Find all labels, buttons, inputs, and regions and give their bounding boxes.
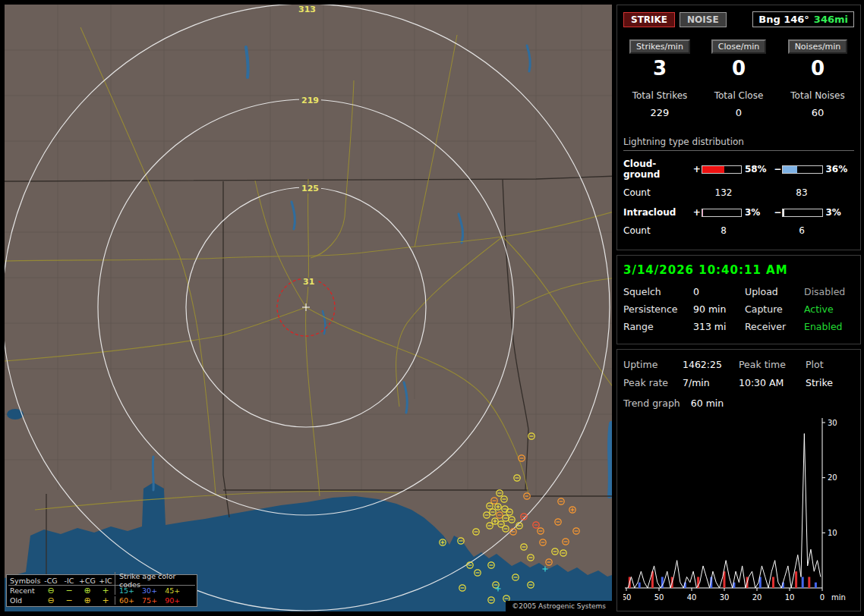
ic-minus-bar [782, 209, 822, 217]
cg-minus-bar [782, 165, 822, 174]
age-code: 75+ [142, 596, 157, 605]
trend-section: Uptime 1462:25 Peak time Plot Peak rate … [616, 349, 861, 611]
persistence-label: Persistence [623, 303, 693, 315]
capture-value: Active [804, 303, 860, 315]
age-code: 90+ [165, 596, 180, 605]
cg-plus-bar [702, 165, 742, 174]
noises-per-min-button[interactable]: Noises/min [788, 39, 848, 54]
neg-ic-recent-icon: − [60, 586, 78, 595]
strikes-per-min-button[interactable]: Strikes/min [629, 39, 690, 54]
pos-ic-old-icon: + [96, 596, 115, 605]
cloud-ground-label: Cloud-ground [623, 159, 692, 180]
total-noises-value: 60 [778, 107, 857, 118]
close-per-min-button[interactable]: Close/min [711, 39, 766, 54]
minus-sign: − [773, 207, 782, 218]
total-strikes-value: 229 [620, 107, 699, 118]
squelch-value: 0 [693, 286, 745, 297]
cg-plus-percent: 58% [745, 164, 773, 174]
svg-text:10: 10 [785, 593, 795, 602]
noises-per-min-value: 0 [778, 57, 857, 80]
ic-plus-percent: 3% [745, 207, 773, 218]
pos-ic-recent-icon: + [96, 586, 115, 595]
counters-section: STRIKE NOISE Bng 146°346mi Strikes/min 3… [616, 5, 861, 250]
side-panel: STRIKE NOISE Bng 146°346mi Strikes/min 3… [616, 5, 861, 611]
cg-minus-percent: 36% [826, 164, 854, 174]
range-ring-label: 31 [301, 278, 317, 287]
plot-value: Strike [806, 377, 853, 388]
receiver-value: Enabled [804, 321, 860, 332]
cg-count-label: Count [623, 187, 693, 198]
legend-symbols-header: Symbols [8, 577, 42, 585]
age-code: 15+ [119, 586, 134, 595]
svg-text:20: 20 [752, 593, 762, 602]
legend-col-neg-ic: -IC [60, 577, 78, 585]
legend-old-label: Old [8, 596, 42, 605]
total-strikes-label: Total Strikes [620, 90, 699, 101]
intracloud-label: Intracloud [623, 207, 692, 218]
strike-toggle-button[interactable]: STRIKE [623, 12, 675, 27]
plot-label: Plot [806, 359, 853, 370]
upload-value: Disabled [804, 286, 860, 297]
trend-graph-label: Trend graph [623, 398, 680, 409]
svg-text:40: 40 [687, 593, 697, 602]
uptime-label: Uptime [623, 359, 683, 370]
svg-text:60: 60 [623, 593, 631, 602]
plus-sign: + [692, 164, 702, 174]
ic-plus-count: 8 [693, 225, 754, 236]
capture-label: Capture [745, 303, 804, 315]
bearing-label: Bng 146° [758, 14, 809, 25]
range-ring-label: 313 [296, 5, 318, 14]
legend-recent-label: Recent [8, 586, 42, 595]
bearing-range-value: 346mi [814, 14, 848, 25]
persistence-value: 90 min [693, 303, 745, 315]
cg-plus-count: 132 [693, 187, 754, 198]
ic-count-label: Count [623, 225, 693, 236]
peak-time-value: 10:30 AM [739, 377, 806, 388]
range-ring-label: 219 [299, 96, 321, 105]
age-code: 60+ [119, 596, 134, 605]
svg-text:30: 30 [720, 593, 730, 602]
datetime-display: 3/14/2026 10:40:11 AM [623, 263, 854, 277]
peak-rate-value: 7/min [683, 377, 739, 388]
range-ring-label: 125 [299, 184, 321, 193]
trend-graph: 1020306050403020100min [623, 415, 856, 606]
noise-toggle-button[interactable]: NOISE [680, 12, 727, 27]
age-code: 30+ [142, 586, 157, 595]
svg-text:50: 50 [654, 593, 664, 602]
bearing-display: Bng 146°346mi [752, 11, 854, 27]
minus-sign: − [773, 164, 782, 174]
legend-col-neg-cg: -CG [42, 577, 60, 585]
svg-text:30: 30 [828, 419, 837, 427]
receiver-label: Receiver [745, 321, 804, 332]
age-code: 45+ [165, 586, 180, 595]
radar-map[interactable]: 313 219 125 31 Symbols -CG -IC +CG +IC S… [5, 5, 612, 611]
upload-label: Upload [745, 286, 804, 297]
trend-graph-value: 60 min [691, 398, 724, 409]
ic-minus-count: 6 [771, 225, 832, 236]
svg-text:10: 10 [828, 529, 837, 537]
strikes-per-min-value: 3 [620, 57, 699, 80]
ic-minus-percent: 3% [826, 207, 854, 218]
peak-rate-label: Peak rate [623, 377, 683, 388]
squelch-label: Squelch [623, 286, 693, 297]
neg-cg-recent-icon: ⊖ [42, 586, 60, 595]
cg-minus-count: 83 [771, 187, 832, 198]
close-per-min-value: 0 [699, 57, 778, 80]
total-close-label: Total Close [699, 90, 778, 101]
total-close-value: 0 [699, 107, 778, 118]
map-legend: Symbols -CG -IC +CG +IC Strike age color… [6, 574, 197, 607]
range-label: Range [623, 321, 693, 332]
distribution-header: Lightning type distribution [623, 137, 854, 151]
legend-col-pos-cg: +CG [78, 577, 96, 585]
neg-cg-old-icon: ⊖ [42, 596, 60, 605]
copyright-text: ©2005 Astrogenic Systems [506, 601, 612, 611]
pos-cg-old-icon: ⊕ [78, 596, 96, 605]
svg-text:min: min [831, 593, 846, 602]
neg-ic-old-icon: − [60, 596, 78, 605]
plus-sign: + [692, 207, 702, 218]
svg-text:20: 20 [828, 473, 837, 482]
legend-col-pos-ic: +IC [96, 577, 115, 585]
range-value: 313 mi [693, 321, 745, 332]
pos-cg-recent-icon: ⊕ [78, 586, 96, 595]
total-noises-label: Total Noises [778, 90, 857, 101]
